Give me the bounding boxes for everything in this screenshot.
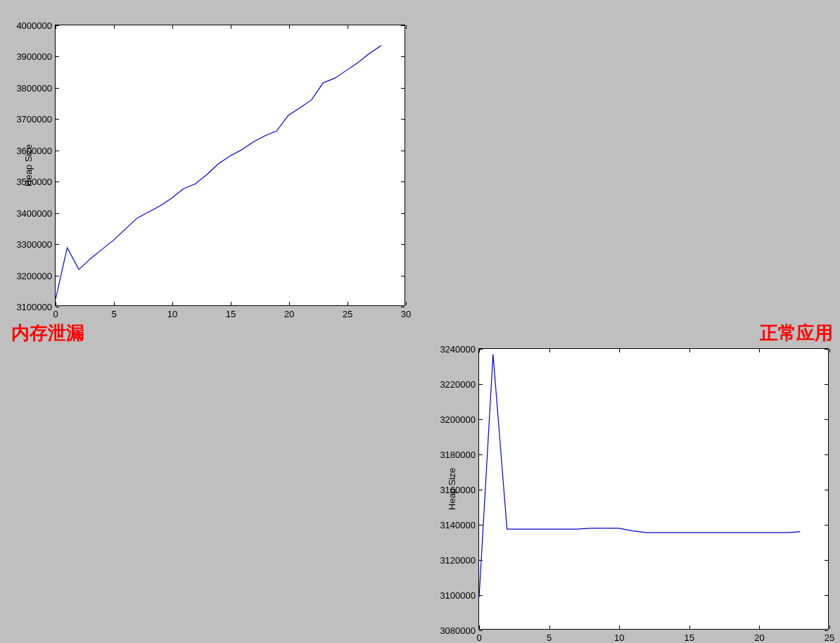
y-tick-label: 3300000 (16, 239, 52, 250)
y-tick-label: 3100000 (440, 590, 476, 601)
x-tick-label: 5 (111, 309, 116, 319)
x-tick-label: 20 (754, 632, 764, 643)
x-tick-label: 30 (401, 309, 411, 319)
y-axis-label: Heap Size (23, 144, 34, 186)
chart-caption-1: 正常应用 (760, 321, 833, 345)
x-tick-label: 25 (343, 309, 352, 319)
y-tick-label: 3400000 (16, 208, 52, 218)
line-plot (56, 25, 405, 305)
y-tick-label: 3600000 (16, 145, 52, 155)
y-tick-label: 3120000 (440, 555, 476, 566)
y-tick-label: 3160000 (440, 485, 476, 495)
chart-1: 3080000310000031200003140000316000031800… (478, 348, 829, 630)
x-tick-label: 10 (614, 632, 624, 643)
y-tick-label: 3100000 (16, 302, 52, 312)
y-tick-label: 3140000 (440, 520, 476, 530)
y-tick-label: 3500000 (16, 177, 52, 187)
x-tick-label: 15 (226, 309, 236, 319)
x-tick-label: 0 (476, 632, 481, 643)
x-tick-label: 10 (167, 309, 177, 319)
x-tick-label: 15 (685, 632, 694, 643)
x-tick-label: 20 (284, 309, 294, 319)
y-tick-label: 3240000 (440, 344, 476, 355)
chart-0: 3100000320000033000003400000350000036000… (55, 25, 405, 306)
y-tick-label: 3900000 (16, 51, 52, 62)
y-axis-label: Heap Size (447, 468, 457, 510)
y-tick-label: 4000000 (16, 20, 52, 31)
line-plot (479, 349, 828, 629)
y-tick-label: 3220000 (440, 379, 476, 390)
y-tick-label: 3700000 (16, 114, 52, 125)
y-tick-label: 3200000 (440, 414, 476, 425)
y-tick-label: 3800000 (16, 82, 52, 93)
y-tick-label: 3200000 (16, 270, 52, 281)
chart-caption-0: 内存泄漏 (11, 321, 84, 345)
y-tick-label: 3180000 (440, 450, 476, 460)
x-tick-label: 25 (825, 632, 834, 643)
y-tick-label: 3080000 (440, 625, 476, 636)
x-tick-label: 0 (53, 309, 58, 319)
x-tick-label: 5 (547, 632, 552, 643)
